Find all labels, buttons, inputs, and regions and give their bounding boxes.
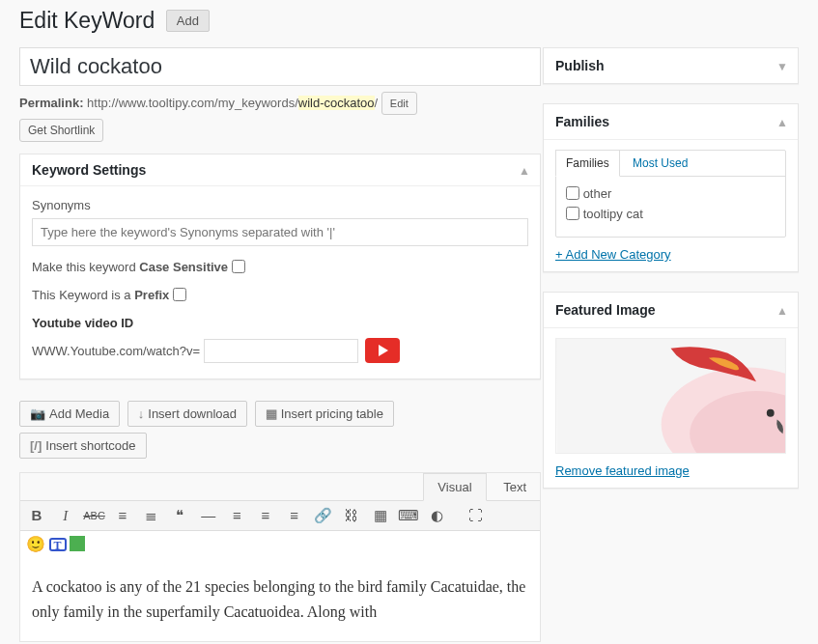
category-label: other bbox=[583, 186, 612, 201]
families-box: Families ▲ Families Most Used other tool… bbox=[543, 103, 799, 272]
download-icon: ↓ bbox=[138, 406, 145, 421]
tab-text[interactable]: Text bbox=[490, 474, 540, 500]
edit-permalink-button[interactable]: Edit bbox=[381, 92, 417, 115]
youtube-url-prefix: WWW.Youtube.com/watch?v= bbox=[32, 344, 200, 358]
emoji-icon[interactable]: 🙂 bbox=[26, 536, 45, 552]
category-item: other bbox=[566, 186, 776, 201]
youtube-id-label: Youtube video ID bbox=[32, 316, 528, 330]
synonyms-input[interactable] bbox=[32, 218, 528, 246]
hr-icon[interactable]: — bbox=[198, 505, 219, 526]
page-title: Edit KeyWord bbox=[19, 8, 155, 34]
tab-visual[interactable]: Visual bbox=[423, 473, 486, 501]
align-center-icon[interactable]: ≡ bbox=[255, 505, 276, 526]
content-editor[interactable]: A cockatoo is any of the 21 species belo… bbox=[20, 557, 540, 641]
toolbar-toggle-icon[interactable]: ⌨ bbox=[398, 505, 419, 526]
page-header: Edit KeyWord Add bbox=[19, 8, 799, 34]
bold-icon[interactable]: B bbox=[26, 505, 47, 526]
unlink-icon[interactable]: ⛓ bbox=[341, 505, 362, 526]
shortcode-icon: [/] bbox=[30, 438, 42, 453]
keyword-settings-title: Keyword Settings bbox=[32, 162, 528, 178]
category-item: tooltipy cat bbox=[566, 207, 776, 221]
families-header[interactable]: Families ▲ bbox=[544, 104, 798, 140]
youtube-play-icon[interactable] bbox=[365, 338, 400, 363]
permalink-trail: / bbox=[375, 96, 379, 110]
chevron-up-icon[interactable]: ▲ bbox=[776, 304, 788, 318]
get-shortlink-button[interactable]: Get Shortlink bbox=[19, 119, 103, 142]
link-icon[interactable]: 🔗 bbox=[312, 505, 333, 526]
editor: Visual Text B I ABC ≡ ≣ ❝ — ≡ ≡ ≡ 🔗 ⛓ ▦ … bbox=[19, 472, 541, 642]
remove-featured-image-link[interactable]: Remove featured image bbox=[555, 463, 786, 478]
permalink-row: Permalink: http://www.tooltipy.com/my_ke… bbox=[19, 92, 541, 115]
category-checkbox-tooltipy-cat[interactable] bbox=[566, 207, 579, 220]
chevron-down-icon[interactable]: ▼ bbox=[776, 60, 788, 73]
synonyms-label: Synonyms bbox=[32, 198, 91, 212]
insert-shortcode-button[interactable]: [/]Insert shortcode bbox=[19, 433, 147, 459]
more-icon[interactable]: ▦ bbox=[370, 505, 391, 526]
publish-title: Publish bbox=[555, 58, 786, 73]
keyword-settings-box: Keyword Settings ▲ Synonyms Make this ke… bbox=[19, 154, 541, 379]
insert-pricing-button[interactable]: ▦Insert pricing table bbox=[255, 401, 394, 427]
italic-icon[interactable]: I bbox=[55, 505, 76, 526]
category-label: tooltipy cat bbox=[583, 207, 643, 221]
permalink-label: Permalink: bbox=[19, 96, 83, 110]
fullscreen-icon[interactable]: ⛶ bbox=[465, 505, 486, 526]
add-new-button[interactable]: Add bbox=[166, 10, 210, 32]
insert-download-button[interactable]: ↓Insert download bbox=[127, 401, 247, 427]
chevron-up-icon[interactable]: ▲ bbox=[776, 116, 788, 129]
tab-most-used[interactable]: Most Used bbox=[623, 151, 697, 176]
featured-image-header[interactable]: Featured Image ▲ bbox=[544, 293, 798, 328]
prefix-checkbox[interactable] bbox=[173, 288, 186, 301]
add-media-button[interactable]: 📷Add Media bbox=[19, 401, 120, 427]
blockquote-icon[interactable]: ❝ bbox=[169, 505, 190, 526]
publish-box: Publish ▼ bbox=[543, 47, 799, 84]
title-input[interactable] bbox=[19, 47, 541, 86]
case-sensitive-pre: Make this keyword bbox=[32, 260, 139, 274]
featured-image-box: Featured Image ▲ Remove featured image bbox=[543, 292, 799, 489]
svg-point-3 bbox=[767, 409, 775, 417]
tab-families[interactable]: Families bbox=[555, 150, 620, 177]
editor-toolbar: B I ABC ≡ ≣ ❝ — ≡ ≡ ≡ 🔗 ⛓ ▦ ⌨ ◐ ⛶ bbox=[20, 500, 540, 531]
permalink-base: http://www.tooltipy.com/my_keywords/ bbox=[87, 96, 298, 110]
keyword-settings-header[interactable]: Keyword Settings ▲ bbox=[20, 154, 540, 186]
case-sensitive-label: Case Sensitive bbox=[139, 260, 228, 274]
table-icon: ▦ bbox=[266, 406, 277, 421]
featured-image-title: Featured Image bbox=[555, 302, 786, 318]
category-checkbox-other[interactable] bbox=[566, 186, 579, 200]
case-sensitive-checkbox[interactable] bbox=[232, 260, 245, 273]
prefix-pre: This Keyword is a bbox=[32, 288, 134, 302]
align-left-icon[interactable]: ≡ bbox=[226, 505, 247, 526]
featured-image-thumbnail[interactable] bbox=[555, 338, 786, 454]
media-buttons-row: 📷Add Media ↓Insert download ▦Insert pric… bbox=[19, 401, 541, 464]
youtube-id-input[interactable] bbox=[204, 339, 358, 363]
publish-header[interactable]: Publish ▼ bbox=[544, 48, 798, 83]
color-icon[interactable] bbox=[70, 538, 85, 552]
chevron-up-icon[interactable]: ▲ bbox=[519, 164, 530, 178]
camera-icon: 📷 bbox=[30, 406, 45, 421]
align-right-icon[interactable]: ≡ bbox=[284, 505, 305, 526]
strikethrough-icon[interactable]: ABC bbox=[83, 505, 104, 526]
numbered-list-icon[interactable]: ≣ bbox=[141, 505, 162, 526]
add-category-link[interactable]: + Add New Category bbox=[555, 247, 786, 262]
prefix-label: Prefix bbox=[134, 288, 169, 302]
permalink-slug[interactable]: wild-cockatoo bbox=[298, 96, 375, 110]
tooltip-icon[interactable]: T bbox=[49, 538, 67, 552]
wp-icon[interactable]: ◐ bbox=[427, 505, 448, 526]
families-title: Families bbox=[555, 114, 786, 129]
bullet-list-icon[interactable]: ≡ bbox=[112, 505, 133, 526]
